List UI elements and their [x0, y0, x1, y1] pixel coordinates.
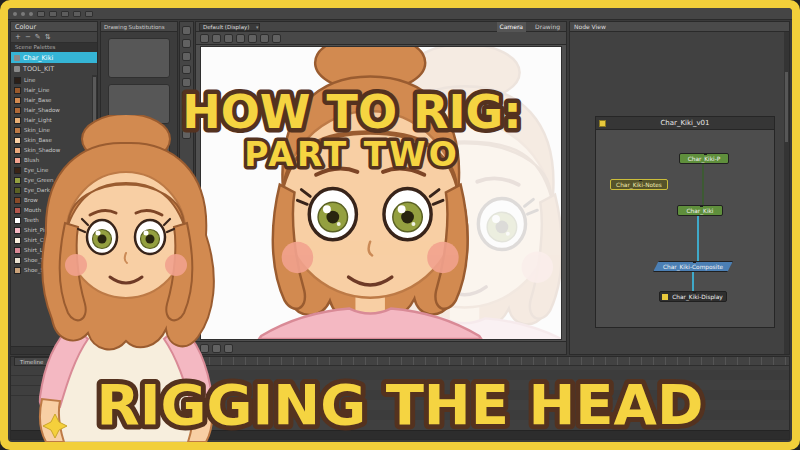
tab-camera[interactable]: Camera [497, 22, 527, 32]
view-tool-icon[interactable] [260, 34, 269, 43]
toolbar-icon[interactable] [85, 11, 93, 17]
swatch-name: Hair_Line [24, 87, 50, 93]
toolbar-icon[interactable] [49, 11, 57, 17]
palette-icon [14, 55, 20, 61]
swatch-color-chip [14, 77, 21, 84]
node-group-title: Char_Kiki_v01 [660, 119, 709, 127]
thumbnail-frame: Colour +−✎⇅ Scene Palettes Char_Kiki TOO… [0, 0, 800, 450]
display-selector[interactable]: Default (Display) [199, 23, 260, 31]
view-tool-icon[interactable] [200, 34, 209, 43]
swatch-row[interactable]: Hair_Shadow [11, 105, 92, 115]
scene-palettes-header: Scene Palettes [11, 43, 97, 52]
swatch-name: Hair_Base [24, 97, 51, 103]
swatch-color-chip [14, 87, 21, 94]
tool-icon[interactable] [182, 104, 191, 113]
swatch-color-chip [14, 97, 21, 104]
tab-drawing[interactable]: Drawing [532, 22, 563, 32]
node-label: Char_Kiki-Notes [616, 182, 662, 188]
node-label: Char_Kiki [687, 208, 714, 214]
node-label: Char_Kiki-Display [672, 294, 722, 300]
timeline-ruler[interactable] [161, 357, 789, 366]
node-group-header[interactable]: Char_Kiki_v01 [596, 117, 774, 130]
palette-tool-icon[interactable]: ✎ [35, 32, 41, 43]
substitution-thumbnail[interactable] [108, 38, 170, 78]
palette-item-char-kiki[interactable]: Char_Kiki [11, 52, 97, 63]
node-wire [692, 272, 694, 291]
palette-item-tool-kit[interactable]: TOOL_KIT [11, 63, 97, 74]
note-icon [599, 120, 606, 127]
window-dot-icon [29, 12, 33, 16]
node-char-kiki[interactable]: Char_Kiki [677, 205, 723, 216]
substitutions-panel-tab[interactable]: Drawing Substitutions [101, 22, 177, 32]
toolbar-icon[interactable] [61, 11, 69, 17]
tool-icon[interactable] [182, 91, 191, 100]
node-char-kiki-p[interactable]: Char_Kiki-P [679, 153, 729, 164]
view-tool-icon[interactable] [272, 34, 281, 43]
camera-view-toolbar [196, 32, 566, 45]
app-topbar [8, 8, 792, 20]
palette-item-label: Char_Kiki [23, 54, 53, 62]
node-view-scrollbar[interactable] [784, 32, 789, 354]
toolbar-icon[interactable] [73, 11, 81, 17]
palette-toolbar: +−✎⇅ [11, 32, 97, 43]
node-char-kiki-display[interactable]: Char_Kiki-Display [659, 291, 727, 302]
tool-icon[interactable] [182, 26, 191, 35]
camera-view-panel: Default (Display) Camera Drawing [195, 21, 567, 355]
character-illustration [12, 115, 240, 442]
node-char-kiki-notes[interactable]: Char_Kiki-Notes [610, 179, 668, 190]
swatch-row[interactable]: Hair_Base [11, 95, 92, 105]
tool-icon[interactable] [182, 52, 191, 61]
node-wire [702, 164, 704, 205]
swatch-name: Hair_Shadow [24, 107, 60, 113]
palette-item-label: TOOL_KIT [23, 65, 54, 73]
character-head-drawing [201, 47, 561, 339]
palette-panel-tab[interactable]: Colour [11, 22, 97, 32]
palette-icon [14, 66, 20, 72]
node-view-panel: Node View Char_Kiki_v01 Char_Kiki-P Char… [569, 21, 790, 355]
palette-tool-icon[interactable]: + [15, 32, 21, 43]
node-group: Char_Kiki_v01 Char_Kiki-P Char_Kiki-Note… [595, 116, 775, 328]
node-label: Char_Kiki-P [688, 156, 721, 162]
view-tool-icon[interactable] [212, 34, 221, 43]
toolbar-icon[interactable] [37, 11, 45, 17]
swatch-row[interactable]: Hair_Line [11, 85, 92, 95]
view-tool-icon[interactable] [236, 34, 245, 43]
swatch-row[interactable]: Line [11, 75, 92, 85]
tool-icon[interactable] [182, 39, 191, 48]
display-node-icon [662, 294, 668, 300]
camera-view-statusbar [196, 341, 566, 354]
swatch-color-chip [14, 107, 21, 114]
palette-tool-icon[interactable]: ⇅ [45, 32, 51, 43]
window-dot-icon [13, 12, 17, 16]
timeline-tracks[interactable] [162, 366, 789, 430]
node-wire [697, 216, 699, 261]
view-tool-icon[interactable] [224, 34, 233, 43]
tool-icon[interactable] [182, 65, 191, 74]
window-dot-icon [21, 12, 25, 16]
node-view-tab[interactable]: Node View [570, 22, 789, 32]
swatch-name: Line [24, 77, 35, 83]
view-tool-icon[interactable] [248, 34, 257, 43]
node-label: Char_Kiki-Composite [663, 264, 723, 270]
palette-tool-icon[interactable]: − [25, 32, 31, 43]
drawing-canvas[interactable] [200, 46, 562, 340]
tool-icon[interactable] [182, 78, 191, 87]
camera-view-tabbar: Default (Display) Camera Drawing [196, 22, 566, 32]
node-char-kiki-composite[interactable]: Char_Kiki-Composite [653, 261, 733, 272]
